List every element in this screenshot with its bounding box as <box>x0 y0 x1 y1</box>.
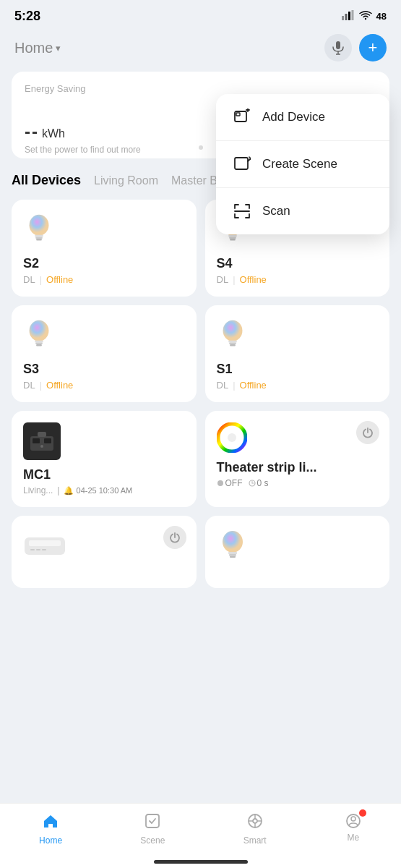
svg-point-4 <box>364 17 366 19</box>
device-name-s4: S4 <box>217 256 379 271</box>
svg-rect-29 <box>228 341 237 343</box>
bulb-icon-s2 <box>23 211 55 247</box>
svg-line-14 <box>249 157 251 158</box>
nav-me[interactable]: Me <box>345 812 362 843</box>
svg-rect-25 <box>35 341 43 343</box>
svg-point-55 <box>253 819 257 823</box>
svg-rect-33 <box>33 438 40 443</box>
scan-item[interactable]: Scan <box>216 188 389 234</box>
svg-point-24 <box>30 320 49 341</box>
device-card-theater[interactable]: Theater strip li... OFF 0 s <box>205 411 390 507</box>
svg-rect-45 <box>29 540 61 546</box>
svg-rect-46 <box>30 549 35 550</box>
home-title-btn[interactable]: Home ▾ <box>14 40 61 56</box>
device-card-mc1[interactable]: MC1 Living... | 🔔 04-25 10:30 AM <box>12 411 197 507</box>
status-icons: 48 <box>342 10 387 23</box>
theater-status-row: OFF 0 s <box>217 478 379 488</box>
home-nav-icon <box>42 812 59 833</box>
device-grid: S2 DL | Offline S4 DL | Offline <box>0 195 401 507</box>
header-actions: + <box>324 34 387 61</box>
device-card-s2[interactable]: S2 DL | Offline <box>12 200 197 297</box>
svg-rect-19 <box>36 239 42 240</box>
scan-icon <box>232 201 252 221</box>
add-device-icon <box>232 107 252 127</box>
energy-indicator <box>199 145 203 150</box>
svg-rect-22 <box>229 237 236 239</box>
power-status-icon <box>217 480 224 487</box>
device-status-s3: DL | Offline <box>23 380 185 391</box>
svg-rect-47 <box>36 549 40 550</box>
svg-rect-1 <box>345 14 347 20</box>
header: Home ▾ + <box>0 30 401 69</box>
power-icon <box>362 427 374 438</box>
bulb-icon-extra <box>217 527 249 565</box>
scene-nav-icon <box>144 812 161 833</box>
battery-icon: 48 <box>376 11 387 22</box>
nav-scene-label: Scene <box>140 835 165 846</box>
energy-label: Energy Saving <box>25 83 376 94</box>
mic-icon <box>332 41 345 55</box>
svg-point-35 <box>40 445 43 448</box>
bulb-icon-s3 <box>23 317 55 353</box>
svg-rect-18 <box>35 237 43 239</box>
theater-power-button[interactable] <box>356 421 379 444</box>
nav-home-label: Home <box>39 835 62 846</box>
device-card-s3[interactable]: S3 DL | Offline <box>12 305 197 402</box>
bulb-icon-s1 <box>217 317 249 353</box>
wifi-icon <box>359 10 372 23</box>
svg-rect-50 <box>228 552 237 554</box>
tab-living-room[interactable]: Living Room <box>94 174 158 187</box>
device-card-ac[interactable] <box>12 516 197 588</box>
add-button[interactable]: + <box>359 34 387 61</box>
me-nav-badge <box>359 809 366 817</box>
nav-smart[interactable]: Smart <box>243 812 267 846</box>
chevron-down-icon: ▾ <box>56 43 61 54</box>
mc1-location: Living... <box>23 485 53 495</box>
create-scene-item[interactable]: Create Scene <box>216 141 389 188</box>
svg-rect-52 <box>230 556 236 558</box>
add-device-label: Add Device <box>262 110 325 124</box>
tab-all-devices[interactable]: All Devices <box>12 173 81 188</box>
device-name-mc1: MC1 <box>23 467 185 482</box>
svg-point-61 <box>351 817 355 821</box>
nav-home[interactable]: Home <box>39 812 62 846</box>
me-nav-icon-wrap <box>345 812 362 830</box>
mc1-time: 🔔 04-25 10:30 AM <box>64 486 132 495</box>
create-scene-label: Create Scene <box>262 157 337 171</box>
plus-icon: + <box>368 38 378 57</box>
mc1-status-row: Living... | 🔔 04-25 10:30 AM <box>23 485 185 495</box>
strip-icon <box>217 422 247 453</box>
svg-point-40 <box>217 480 223 486</box>
svg-point-16 <box>30 215 49 236</box>
theater-power-status: OFF <box>217 478 243 488</box>
device-name-s2: S2 <box>23 256 185 271</box>
add-device-item[interactable]: Add Device <box>216 94 389 141</box>
svg-rect-36 <box>38 432 46 437</box>
device-card-s1[interactable]: S1 DL | Offline <box>205 305 390 402</box>
robot-icon <box>29 430 55 452</box>
ac-power-icon <box>169 532 181 543</box>
svg-rect-53 <box>146 814 159 827</box>
svg-rect-26 <box>35 343 43 344</box>
dropdown-menu: Add Device Create Scene Scan <box>216 94 389 234</box>
ac-unit-icon <box>23 536 66 556</box>
device-name-s1: S1 <box>217 362 379 377</box>
device-card-extra-bulb[interactable] <box>205 516 390 588</box>
svg-point-49 <box>223 531 243 553</box>
svg-rect-48 <box>42 549 46 550</box>
svg-rect-17 <box>35 235 43 237</box>
ac-power-button[interactable] <box>163 526 186 549</box>
nav-me-label: Me <box>348 833 360 843</box>
svg-rect-30 <box>229 343 236 344</box>
mic-button[interactable] <box>324 34 352 61</box>
timer-icon <box>249 480 256 487</box>
device-status-s2: DL | Offline <box>23 274 185 285</box>
home-indicator <box>154 860 248 864</box>
signal-icon <box>342 10 355 23</box>
svg-rect-51 <box>229 554 236 556</box>
nav-scene[interactable]: Scene <box>140 812 165 846</box>
svg-rect-2 <box>348 12 350 20</box>
smart-nav-icon <box>246 812 264 833</box>
svg-rect-31 <box>230 344 236 346</box>
partial-device-row <box>0 507 401 588</box>
